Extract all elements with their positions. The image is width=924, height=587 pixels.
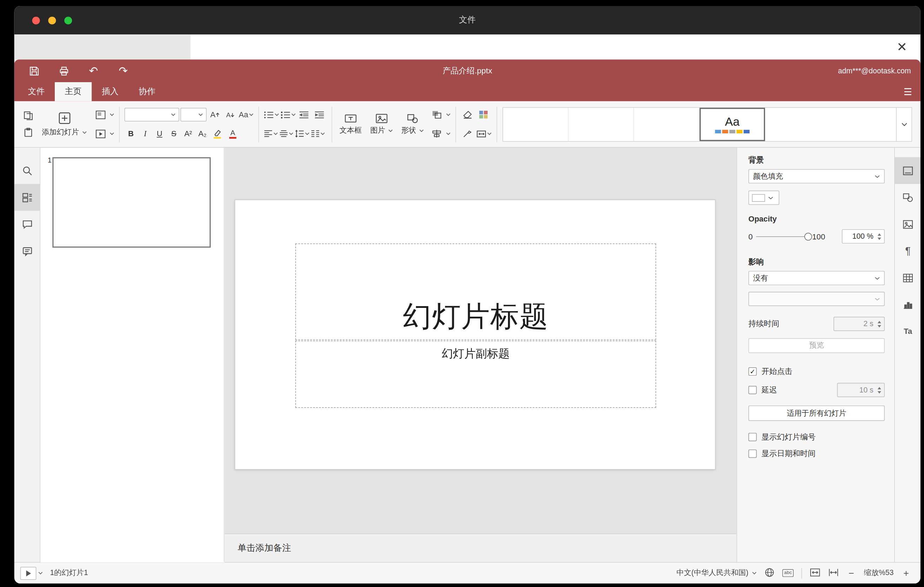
- print-button[interactable]: [57, 64, 70, 77]
- spinner-arrows-icon[interactable]: [876, 320, 884, 327]
- duration-spinner[interactable]: 2 s: [833, 317, 885, 331]
- shape-settings-icon[interactable]: [895, 184, 921, 211]
- redo-button[interactable]: ↷: [117, 64, 130, 77]
- spinner-arrows-icon[interactable]: [876, 233, 884, 240]
- bold-button[interactable]: B: [124, 126, 137, 141]
- zoom-out-button[interactable]: −: [847, 568, 856, 579]
- set-language-globe-icon[interactable]: [765, 567, 775, 579]
- insert-textbox-button[interactable]: 文本框: [335, 101, 366, 147]
- subscript-button[interactable]: A₂: [196, 126, 209, 141]
- comments-icon[interactable]: [15, 211, 41, 237]
- arrange-shape-button[interactable]: [430, 106, 450, 123]
- superscript-button[interactable]: A²: [182, 126, 195, 141]
- table-settings-icon[interactable]: [895, 264, 921, 291]
- color-scheme-button[interactable]: [477, 107, 491, 122]
- theme-thumbnail-selected[interactable]: Aa: [700, 107, 765, 141]
- horizontal-align-button[interactable]: [264, 126, 278, 141]
- image-settings-icon[interactable]: [895, 211, 921, 237]
- fit-slide-icon[interactable]: [810, 568, 820, 579]
- tab-home[interactable]: 主页: [55, 82, 92, 101]
- undo-button[interactable]: ↶: [87, 64, 100, 77]
- effect-select[interactable]: 没有: [749, 271, 885, 285]
- notes-area[interactable]: 单击添加备注: [224, 534, 736, 562]
- theme-gallery: Aa: [502, 107, 912, 141]
- fill-type-select[interactable]: 颜色填充: [749, 169, 885, 184]
- language-select[interactable]: 中文(中华人民共和国): [676, 568, 757, 578]
- save-button[interactable]: [27, 64, 40, 77]
- opacity-slider[interactable]: [756, 232, 808, 240]
- preview-button[interactable]: 预览: [749, 338, 885, 353]
- paste-button[interactable]: [21, 125, 35, 140]
- theme-gallery-expand-button[interactable]: [896, 107, 911, 141]
- decrease-font-button[interactable]: A: [223, 107, 238, 122]
- paragraph-settings-icon[interactable]: ¶: [895, 238, 921, 264]
- slide[interactable]: 幻灯片标题 幻灯片副标题: [234, 200, 716, 470]
- effect-type-select[interactable]: [749, 292, 885, 306]
- document-title: 产品介绍.pptx: [15, 66, 921, 76]
- italic-button[interactable]: I: [139, 126, 152, 141]
- zoom-level[interactable]: 缩放%53: [864, 568, 894, 578]
- zoom-in-button[interactable]: +: [901, 568, 911, 579]
- tab-insert[interactable]: 插入: [92, 82, 129, 101]
- fill-color-select[interactable]: [749, 191, 779, 205]
- tab-file[interactable]: 文件: [18, 82, 55, 101]
- font-size-select[interactable]: [180, 108, 207, 122]
- start-slideshow-button[interactable]: [93, 125, 114, 142]
- textart-settings-icon[interactable]: Ta: [895, 318, 921, 345]
- slide-layout-button[interactable]: [93, 106, 114, 123]
- subtitle-text: 幻灯片副标题: [442, 346, 510, 361]
- subtitle-placeholder[interactable]: 幻灯片副标题: [295, 341, 656, 408]
- search-icon[interactable]: [15, 157, 41, 184]
- slide-settings-icon[interactable]: [895, 157, 921, 184]
- slide-canvas: 幻灯片标题 幻灯片副标题: [224, 148, 736, 534]
- copy-button[interactable]: [21, 109, 35, 123]
- strikethrough-button[interactable]: S: [167, 126, 180, 141]
- thumbnails-icon[interactable]: [15, 184, 41, 211]
- slide-size-button[interactable]: [477, 126, 492, 141]
- underline-button[interactable]: U: [153, 126, 166, 141]
- clear-style-button[interactable]: [460, 107, 475, 122]
- insert-shape-button[interactable]: 形状: [397, 101, 428, 147]
- theme-thumbnail[interactable]: [634, 107, 700, 141]
- add-slide-menu[interactable]: 添加幻灯片: [42, 127, 87, 138]
- line-spacing-button[interactable]: [295, 126, 309, 141]
- vertical-align-button[interactable]: [279, 126, 294, 141]
- show-date-time-checkbox[interactable]: [749, 449, 757, 458]
- slider-knob[interactable]: [805, 232, 812, 240]
- bullets-button[interactable]: [264, 107, 279, 122]
- numbering-button[interactable]: [280, 107, 296, 122]
- increase-indent-button[interactable]: [312, 107, 327, 122]
- hamburger-menu-icon[interactable]: ☰: [904, 82, 912, 101]
- theme-thumbnail[interactable]: [568, 107, 634, 141]
- increase-font-button[interactable]: A: [208, 107, 222, 122]
- opacity-spinner[interactable]: 100 %: [842, 229, 885, 244]
- change-case-button[interactable]: Aa: [239, 107, 254, 122]
- chart-settings-icon[interactable]: [895, 291, 921, 318]
- slide-thumbnail[interactable]: [52, 157, 211, 248]
- insert-image-button[interactable]: 图片: [366, 101, 397, 147]
- add-slide-button[interactable]: [57, 110, 72, 125]
- highlight-color-button[interactable]: [210, 126, 225, 141]
- tab-collaboration[interactable]: 协作: [129, 82, 165, 101]
- fit-width-icon[interactable]: [828, 568, 839, 579]
- align-shape-button[interactable]: [430, 125, 450, 142]
- apply-all-button[interactable]: 适用于所有幻灯片: [749, 406, 885, 421]
- spellcheck-icon[interactable]: abc: [782, 569, 794, 577]
- title-placeholder[interactable]: 幻灯片标题: [295, 244, 656, 340]
- delay-value: 10 s: [838, 386, 876, 394]
- decrease-indent-button[interactable]: [297, 107, 312, 122]
- spinner-arrows-icon[interactable]: [876, 386, 884, 393]
- show-slide-number-checkbox[interactable]: [749, 433, 757, 441]
- theme-thumbnail[interactable]: [503, 107, 569, 141]
- delay-spinner[interactable]: 10 s: [837, 383, 885, 397]
- delay-checkbox[interactable]: [749, 386, 757, 394]
- close-icon[interactable]: ✕: [893, 37, 911, 57]
- start-on-click-checkbox[interactable]: ✓: [749, 367, 757, 376]
- chat-icon[interactable]: [15, 238, 41, 264]
- font-color-button[interactable]: A: [226, 126, 240, 141]
- start-slideshow-statusbar-button[interactable]: [20, 567, 36, 580]
- columns-button[interactable]: [311, 126, 325, 141]
- font-name-select[interactable]: [124, 108, 179, 122]
- copy-style-button[interactable]: [460, 126, 475, 141]
- chevron-down-icon[interactable]: [38, 572, 43, 574]
